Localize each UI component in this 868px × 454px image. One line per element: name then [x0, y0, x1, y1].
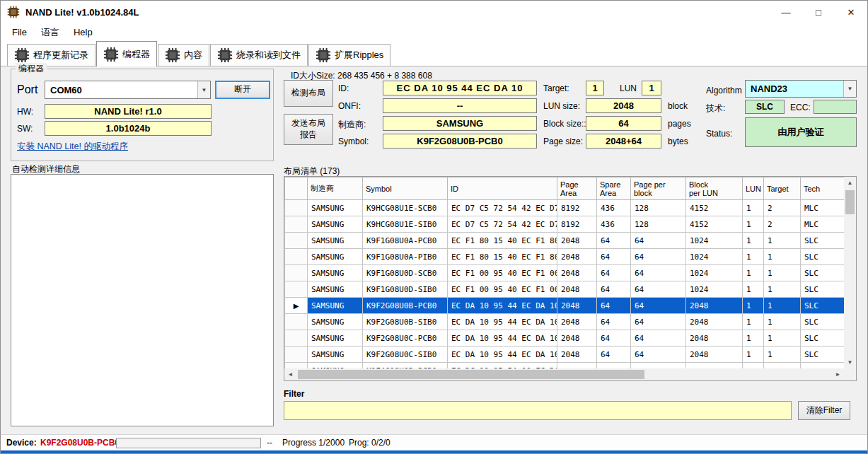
table-cell[interactable]: SLC [801, 314, 845, 330]
current-row-arrow[interactable]: ▶ [285, 298, 308, 314]
table-cell[interactable]: K9F4G08U0B-PCB0 [363, 363, 448, 369]
chevron-down-icon[interactable]: ▼ [843, 81, 856, 97]
column-header[interactable]: LUN [743, 177, 764, 200]
table-cell[interactable]: SAMSUNG [308, 363, 363, 369]
table-cell[interactable]: 64 [631, 265, 686, 281]
table-cell[interactable]: EC F1 80 15 40 EC F1 80 [448, 233, 557, 249]
column-header[interactable]: Spare Area [597, 177, 631, 200]
table-cell[interactable]: 2048 [686, 298, 743, 314]
table-cell[interactable]: 64 [631, 314, 686, 330]
table-cell[interactable] [557, 363, 597, 369]
table-cell[interactable]: 1 [743, 265, 764, 281]
column-header[interactable]: Block per LUN [686, 177, 743, 200]
column-header[interactable]: Symbol [363, 177, 448, 200]
table-cell[interactable]: SLC [801, 347, 845, 363]
table-cell[interactable]: 64 [597, 281, 631, 298]
table-row[interactable]: SAMSUNGK9F1G08U0A-PIB0EC F1 80 15 40 EC … [285, 249, 845, 265]
table-cell[interactable]: 1 [743, 233, 764, 249]
tab-burn-read[interactable]: 烧录和读到文件 [210, 44, 308, 66]
table-cell[interactable]: K9F1G08U0D-SIB0 [363, 281, 448, 298]
table-cell[interactable]: 2048 [557, 233, 597, 249]
table-cell[interactable]: 8192 [557, 200, 597, 216]
table-cell[interactable]: 8192 [557, 216, 597, 233]
table-cell[interactable]: 1 [764, 330, 801, 347]
table-cell[interactable]: 2048 [686, 314, 743, 330]
table-cell[interactable]: SLC [801, 298, 845, 314]
table-cell[interactable]: SAMSUNG [308, 216, 363, 233]
table-cell[interactable]: 64 [631, 233, 686, 249]
row-header-cell[interactable] [285, 330, 308, 347]
table-cell[interactable] [631, 363, 686, 369]
table-cell[interactable]: 2048 [557, 249, 597, 265]
table-cell[interactable]: 1 [764, 265, 801, 281]
table-cell[interactable]: MLC [801, 200, 845, 216]
table-row[interactable]: SAMSUNGK9HCG08U1E-SCB0EC D7 C5 72 54 42 … [285, 200, 845, 216]
table-cell[interactable] [686, 363, 743, 369]
table-cell[interactable]: 1 [743, 200, 764, 216]
table-cell[interactable]: 2048 [686, 347, 743, 363]
tab-extended-ripples[interactable]: 扩展Ripples [308, 44, 390, 66]
row-header-cell[interactable] [285, 281, 308, 298]
table-cell[interactable]: 4152 [686, 200, 743, 216]
table-cell[interactable]: 4152 [686, 216, 743, 233]
table-cell[interactable]: SLC [801, 281, 845, 298]
table-row[interactable]: ▶SAMSUNGK9F2G08U0B-PCB0EC DA 10 95 44 EC… [285, 298, 845, 314]
port-combo[interactable]: COM60 ▼ [45, 81, 211, 99]
table-cell[interactable]: K9HCG08U1E-SIB0 [363, 216, 448, 233]
table-cell[interactable]: SAMSUNG [308, 249, 363, 265]
table-row[interactable]: SAMSUNGK9F4G08U0B-PCB0EC DC 10 95 54 00 … [285, 363, 845, 369]
table-cell[interactable]: 1024 [686, 233, 743, 249]
table-cell[interactable]: 64 [597, 347, 631, 363]
vertical-scrollbar[interactable]: ▲ ▼ [844, 177, 856, 368]
table-cell[interactable]: SAMSUNG [308, 330, 363, 347]
table-cell[interactable]: K9F1G08U0D-SCB0 [363, 265, 448, 281]
table-cell[interactable]: 2048 [686, 330, 743, 347]
disconnect-button[interactable]: 断开 [215, 81, 270, 99]
chevron-down-icon[interactable]: ▼ [197, 81, 210, 98]
table-cell[interactable]: 2 [764, 200, 801, 216]
column-header[interactable]: Tech [801, 177, 845, 200]
table-cell[interactable]: 1 [743, 249, 764, 265]
scroll-up-icon[interactable]: ▲ [844, 177, 856, 189]
table-cell[interactable]: 2048 [557, 314, 597, 330]
menu-item-file[interactable]: File [5, 25, 34, 40]
close-button[interactable]: ✕ [835, 1, 867, 23]
table-cell[interactable]: SAMSUNG [308, 314, 363, 330]
row-header-cell[interactable] [285, 200, 308, 216]
vertical-scroll-thumb[interactable] [845, 190, 855, 214]
table-cell[interactable]: MLC [801, 216, 845, 233]
table-cell[interactable]: SLC [801, 265, 845, 281]
table-cell[interactable]: 64 [631, 347, 686, 363]
tab-content[interactable]: 内容 [158, 44, 209, 66]
table-cell[interactable]: 1 [743, 347, 764, 363]
table-cell[interactable]: 128 [631, 200, 686, 216]
column-header[interactable]: Target [764, 177, 801, 200]
table-cell[interactable]: EC F1 00 95 40 EC F1 00 [448, 265, 557, 281]
table-cell[interactable]: 2048 [557, 281, 597, 298]
table-cell[interactable]: 1024 [686, 281, 743, 298]
table-row[interactable]: SAMSUNGK9F1G08U0A-PCB0EC F1 80 15 40 EC … [285, 233, 845, 249]
algorithm-combo[interactable]: NAND23 ▼ [745, 80, 857, 98]
column-header[interactable]: 制造商 [308, 177, 363, 200]
table-cell[interactable] [597, 363, 631, 369]
table-cell[interactable]: EC D7 C5 72 54 42 EC D7 [448, 216, 557, 233]
table-cell[interactable]: 1 [743, 314, 764, 330]
tab-programmer[interactable]: 编程器 [96, 41, 157, 66]
table-cell[interactable]: EC DA 10 95 44 EC DA 10 [448, 314, 557, 330]
table-cell[interactable]: EC F1 00 95 40 EC F1 00 [448, 281, 557, 298]
table-cell[interactable]: SAMSUNG [308, 298, 363, 314]
table-cell[interactable]: SLC [801, 249, 845, 265]
table-cell[interactable]: 64 [597, 249, 631, 265]
table-cell[interactable]: EC D7 C5 72 54 42 EC D7 [448, 200, 557, 216]
table-cell[interactable]: 1 [764, 249, 801, 265]
horizontal-scrollbar[interactable]: ◄ ► [284, 368, 844, 380]
table-cell[interactable]: 1024 [686, 249, 743, 265]
table-cell[interactable] [801, 363, 845, 369]
clear-filter-button[interactable]: 清除Filter [798, 401, 850, 420]
row-header-cell[interactable] [285, 314, 308, 330]
detect-layout-button[interactable]: 检测布局 [284, 80, 333, 107]
table-cell[interactable]: 64 [631, 249, 686, 265]
table-cell[interactable] [743, 363, 764, 369]
table-cell[interactable]: 436 [597, 216, 631, 233]
table-cell[interactable]: 1 [743, 281, 764, 298]
